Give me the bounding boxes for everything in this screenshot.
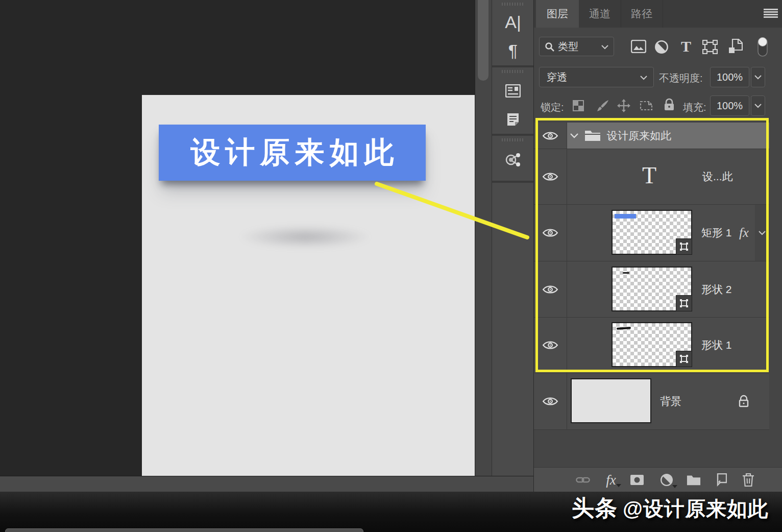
visibility-toggle[interactable] [534, 318, 567, 373]
layer-filter-type-select[interactable]: 类型 [539, 37, 614, 56]
layer-row-shape2[interactable]: 形状 2 [534, 261, 769, 318]
group-expand-chevron[interactable] [570, 133, 579, 139]
lock-all-icon[interactable] [664, 98, 675, 113]
eye-icon [542, 340, 558, 350]
flyout-triangle [672, 485, 677, 488]
layer-row-background[interactable]: 背景 [534, 373, 769, 430]
tab-channels[interactable]: 通道 [579, 0, 621, 28]
layer-name-shape2[interactable]: 形状 2 [701, 282, 732, 297]
lock-position-icon[interactable] [617, 99, 630, 114]
layer-name-text[interactable]: 设...此 [702, 170, 733, 184]
text-layer-thumbnail[interactable]: T [642, 162, 656, 189]
dock-grip[interactable] [502, 70, 524, 73]
tab-layers[interactable]: 图层 [536, 0, 579, 28]
layers-panel: 图层 通道 路径 类型 [533, 0, 782, 492]
vector-mask-badge [676, 295, 692, 311]
panel-menu-icon[interactable] [764, 9, 778, 19]
character-glyph: A| [505, 13, 521, 31]
dock-group-share [492, 136, 534, 183]
photoshop-window: 设计原来如此 A| ¶ [0, 0, 782, 532]
layer-thumbnail[interactable] [571, 378, 651, 423]
visibility-toggle[interactable] [534, 373, 567, 429]
panel-tab-bar: 图层 通道 路径 [534, 0, 782, 28]
character-panel-icon[interactable]: A| [492, 9, 534, 35]
chevron-down-icon [759, 231, 766, 235]
layer-name-rect1[interactable]: 矩形 1 [701, 226, 732, 240]
lock-label: 锁定: [541, 101, 564, 114]
document-status-bar [0, 476, 533, 492]
visibility-toggle[interactable] [534, 205, 567, 261]
link-layers-icon[interactable] [576, 473, 590, 487]
fill-value: 100% [717, 100, 743, 112]
opacity-value: 100% [717, 71, 743, 83]
layer-row-group[interactable]: 设计原来如此 [534, 123, 769, 149]
eye-icon [542, 396, 558, 406]
visibility-toggle[interactable] [534, 149, 567, 204]
graphics-share-icon[interactable] [492, 145, 534, 175]
adjustment-layer-icon[interactable] [659, 473, 674, 487]
artwork-button-text: 设计原来如此 [186, 133, 399, 173]
layer-name-group[interactable]: 设计原来如此 [607, 129, 671, 143]
document-canvas[interactable]: 设计原来如此 [142, 95, 475, 476]
horizontal-scrollbar-thumb[interactable] [5, 528, 363, 532]
new-layer-icon[interactable] [713, 473, 727, 487]
notes-panel-icon[interactable] [492, 108, 534, 131]
blend-mode-value: 穿透 [547, 70, 567, 84]
layer-thumbnail[interactable] [612, 210, 692, 255]
visibility-toggle[interactable] [534, 123, 567, 149]
layers-panel-toolbar: fx [534, 467, 782, 492]
filter-image-icon[interactable] [631, 40, 646, 54]
tab-paths[interactable]: 路径 [621, 0, 663, 28]
filter-adjustment-icon[interactable] [654, 40, 669, 54]
layer-thumbnail[interactable] [612, 267, 692, 311]
lock-transparency-icon[interactable] [573, 100, 584, 113]
filter-smartobject-icon[interactable] [728, 39, 743, 54]
watermark-brand: 头条 [572, 495, 618, 520]
dock-grip[interactable] [502, 3, 524, 6]
filter-shape-icon[interactable] [702, 40, 718, 54]
dock-grip[interactable] [502, 138, 524, 141]
eye-icon [542, 284, 558, 295]
chevron-down-icon [640, 76, 647, 80]
filter-text-icon[interactable]: T [679, 39, 693, 54]
layer-row-shape1[interactable]: 形状 1 [534, 318, 769, 373]
workspace-area: 设计原来如此 [0, 0, 475, 476]
opacity-value-field[interactable]: 100% [710, 67, 749, 87]
layer-name-shape1[interactable]: 形状 1 [701, 338, 732, 352]
paragraph-panel-icon[interactable]: ¶ [492, 38, 534, 63]
lock-pixels-brush-icon[interactable] [596, 99, 609, 114]
layer-row-rect1[interactable]: 矩形 1 fx [534, 205, 769, 261]
artwork-blue-button: 设计原来如此 [159, 125, 426, 181]
layer-style-fx-icon[interactable]: fx [604, 473, 618, 487]
vector-mask-badge [676, 238, 692, 255]
blend-mode-select[interactable]: 穿透 [539, 67, 654, 87]
background-lock-icon[interactable] [738, 395, 749, 408]
opacity-label: 不透明度: [659, 71, 703, 85]
layer-thumbnail[interactable] [612, 322, 692, 367]
lock-artboard-icon[interactable] [639, 100, 653, 114]
eye-icon [542, 172, 558, 182]
glyphs-panel-icon[interactable] [492, 80, 534, 102]
layer-row-text[interactable]: T 设...此 [534, 149, 769, 205]
chevron-down-icon [754, 104, 762, 108]
fill-label: 填充: [683, 101, 706, 114]
panel-icon-dock: A| ¶ [492, 0, 534, 476]
opacity-dropdown-button[interactable] [751, 67, 765, 87]
residual-shadow-artwork [239, 225, 372, 249]
new-group-icon[interactable] [687, 473, 701, 487]
visibility-toggle[interactable] [534, 261, 567, 317]
tab-paths-label: 路径 [631, 7, 652, 21]
canvas-vertical-scrollbar[interactable] [475, 0, 492, 476]
layer-name-background[interactable]: 背景 [660, 394, 681, 408]
fill-value-field[interactable]: 100% [710, 95, 749, 116]
dock-group-info [492, 67, 534, 136]
fill-dropdown-button[interactable] [751, 95, 765, 116]
effects-collapse-button[interactable] [755, 205, 769, 261]
add-mask-icon[interactable] [630, 473, 644, 487]
delete-layer-icon[interactable] [741, 473, 755, 487]
vertical-scrollbar-thumb[interactable] [478, 0, 488, 81]
thumbnail-blue-bar [615, 214, 636, 219]
filter-toggle-switch[interactable] [757, 37, 768, 57]
watermark: 头条@设计原来如此 [572, 493, 769, 523]
eye-icon [542, 131, 558, 141]
